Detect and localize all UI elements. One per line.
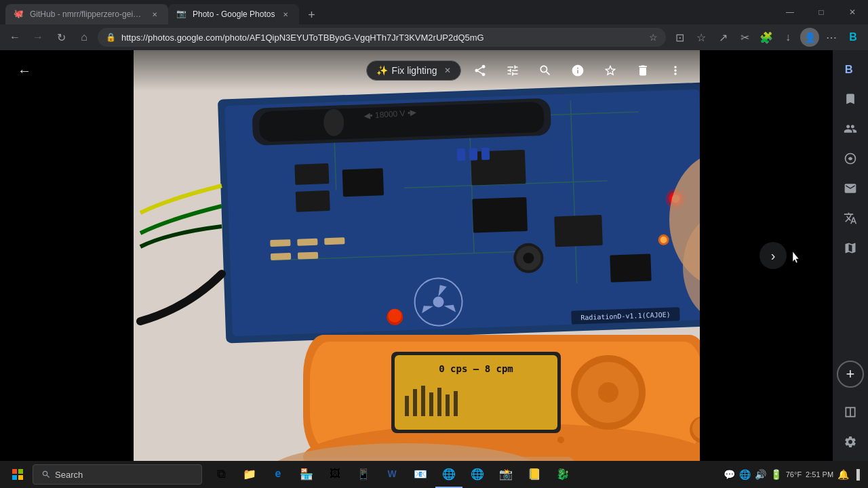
taskbar-chat-icon[interactable]: 💬 — [724, 469, 735, 480]
sidebar-translate-icon[interactable] — [837, 205, 864, 232]
task-view-button[interactable]: ⧉ — [208, 461, 235, 488]
sidebar-maps-icon[interactable] — [837, 235, 864, 262]
address-bar[interactable]: 🔒 https://photos.google.com/photo/AF1Qip… — [98, 28, 666, 47]
bing-search-icon: B — [843, 62, 858, 77]
clock-time: 2:51 PM — [806, 470, 833, 479]
split-screen-icon — [844, 405, 857, 419]
svg-point-65 — [557, 436, 564, 443]
svg-rect-53 — [405, 396, 409, 416]
chrome-taskbar-button[interactable]: 🌐 — [435, 461, 462, 488]
favorites-button[interactable]: ☆ — [692, 28, 711, 47]
people-icon — [844, 122, 857, 136]
share-button[interactable]: ↗ — [713, 28, 732, 47]
dragon-taskbar-button[interactable]: 🐉 — [549, 461, 576, 488]
mobile-button[interactable]: 📱 — [350, 461, 377, 488]
photo-image: ◀• 18000 V •▶ — [134, 50, 700, 461]
translate-icon — [844, 211, 857, 225]
fix-lighting-close[interactable]: ✕ — [444, 66, 451, 75]
bing-button[interactable]: B — [844, 28, 863, 47]
sidebar-bing-icon[interactable]: B — [837, 56, 864, 83]
taskbar-volume-icon[interactable]: 🔊 — [755, 469, 766, 480]
start-button[interactable] — [3, 461, 33, 488]
tab-github[interactable]: 🐙 GitHub - nmrr/flipperzero-geig... ✕ — [5, 4, 168, 24]
sidebar-split-screen-icon[interactable] — [837, 399, 864, 426]
favorite-button[interactable] — [597, 57, 624, 84]
photo-container: ◀• 18000 V •▶ — [134, 50, 700, 461]
star-icon — [604, 64, 617, 77]
system-clock[interactable]: 2:51 PM — [806, 470, 833, 479]
tab-github-close[interactable]: ✕ — [149, 9, 160, 20]
settings-icon — [844, 435, 857, 449]
tab-bar: 🐙 GitHub - nmrr/flipperzero-geig... ✕ 📷 … — [0, 0, 868, 24]
svg-rect-25 — [481, 148, 490, 160]
chrome2-taskbar-button[interactable]: 🌐 — [464, 461, 491, 488]
web-capture-button[interactable]: ✂ — [735, 28, 754, 47]
next-photo-button[interactable]: › — [760, 242, 787, 269]
nav-bar: ← → ↻ ⌂ 🔒 https://photos.google.com/phot… — [0, 24, 868, 50]
tab-photos[interactable]: 📷 Photo - Google Photos ✕ — [168, 4, 299, 24]
sidebar-bookmarks-icon[interactable] — [837, 85, 864, 113]
outlook-taskbar-button[interactable]: 📧 — [407, 461, 434, 488]
downloads-button[interactable]: ↓ — [778, 28, 797, 47]
fix-lighting-badge[interactable]: ✨ Fix lighting ✕ — [366, 60, 461, 81]
taskbar-show-desktop[interactable]: ▐ — [853, 469, 860, 480]
tab-photos-close[interactable]: ✕ — [280, 9, 291, 20]
taskbar-search-label: Search — [55, 470, 83, 480]
taskbar-notification-icon[interactable]: 🔔 — [837, 469, 849, 480]
refresh-button[interactable]: ↻ — [52, 28, 71, 47]
browser-menu-button[interactable]: ⋯ — [822, 28, 841, 47]
edge-button[interactable]: e — [264, 461, 292, 488]
star-bookmark-icon[interactable]: ☆ — [649, 32, 658, 43]
lock-icon: 🔒 — [106, 33, 116, 42]
word-button[interactable]: W — [378, 461, 406, 488]
store-button[interactable]: 🏪 — [293, 461, 320, 488]
taskbar-network-icon[interactable]: 🌐 — [739, 469, 751, 480]
photo-viewer: ← — [0, 50, 833, 461]
close-button[interactable]: ✕ — [837, 0, 868, 24]
forward-button[interactable]: → — [28, 28, 47, 47]
share-photo-button[interactable] — [467, 57, 494, 84]
photos2-taskbar-button[interactable]: 📸 — [492, 461, 519, 488]
share-icon — [473, 64, 487, 77]
svg-rect-23 — [456, 148, 465, 161]
sidebar-settings-icon[interactable] — [837, 428, 864, 455]
browser-chrome: 🐙 GitHub - nmrr/flipperzero-geig... ✕ 📷 … — [0, 0, 868, 50]
sidebar-copilot-icon[interactable] — [837, 145, 864, 172]
new-tab-button[interactable]: + — [302, 5, 321, 24]
delete-photo-button[interactable] — [629, 57, 656, 84]
more-options-button[interactable] — [662, 57, 689, 84]
extensions-button[interactable]: 🧩 — [757, 28, 776, 47]
tab-search-button[interactable]: ⊡ — [670, 28, 689, 47]
svg-rect-21 — [554, 215, 603, 247]
tab-github-title: GitHub - nmrr/flipperzero-geig... — [30, 9, 144, 19]
profile-button[interactable]: 👤 — [800, 28, 819, 47]
maximize-button[interactable]: □ — [806, 0, 837, 24]
info-icon — [571, 64, 585, 77]
back-button[interactable]: ← — [5, 28, 24, 47]
minimize-button[interactable]: — — [774, 0, 806, 24]
svg-rect-20 — [472, 197, 528, 233]
file-explorer-button[interactable]: 📁 — [236, 461, 263, 488]
svg-rect-22 — [610, 254, 651, 283]
svg-rect-72 — [12, 475, 17, 480]
taskbar-search-bar[interactable]: Search — [33, 464, 202, 485]
svg-text:B: B — [845, 63, 853, 75]
notes-taskbar-button[interactable]: 📒 — [521, 461, 548, 488]
lens-search-button[interactable] — [532, 57, 559, 84]
trash-icon — [636, 64, 650, 77]
svg-rect-16 — [294, 163, 329, 185]
taskbar-battery-icon[interactable]: 🔋 — [770, 469, 782, 480]
home-button[interactable]: ⌂ — [75, 28, 94, 47]
svg-rect-56 — [429, 392, 433, 416]
sidebar-people-icon[interactable] — [837, 115, 864, 142]
photos-taskbar-button[interactable]: 🖼 — [321, 461, 349, 488]
svg-rect-55 — [421, 386, 425, 416]
sidebar-add-button[interactable]: + — [837, 361, 864, 388]
svg-rect-18 — [342, 168, 383, 197]
sidebar-outlook-icon[interactable] — [837, 175, 864, 202]
edit-photo-button[interactable] — [499, 57, 526, 84]
svg-rect-57 — [437, 388, 441, 416]
svg-rect-54 — [413, 389, 417, 416]
photo-back-button[interactable]: ← — [11, 57, 38, 84]
info-button[interactable] — [564, 57, 591, 84]
